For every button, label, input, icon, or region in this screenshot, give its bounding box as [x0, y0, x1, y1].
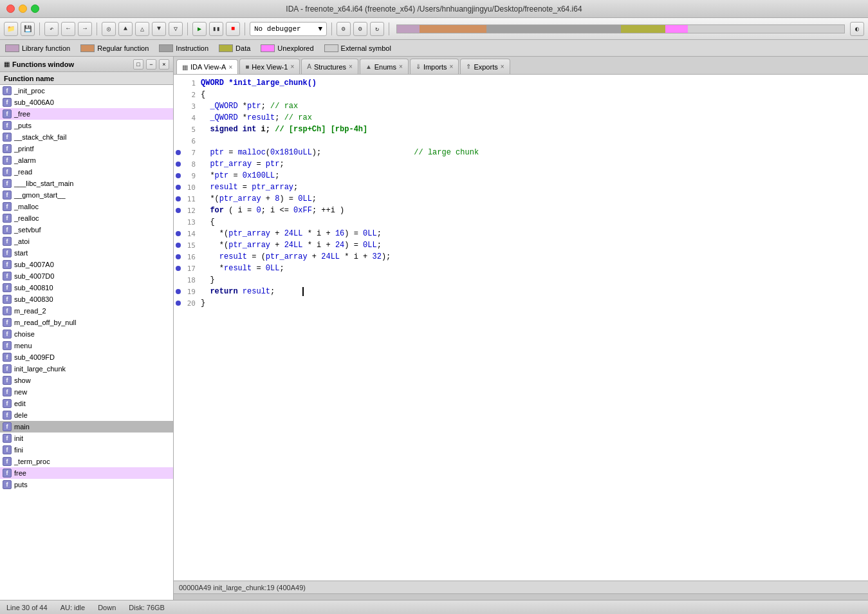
fn-item-m_read_off_by_null[interactable]: fm_read_off_by_null [0, 317, 173, 328]
stop-button[interactable]: ■ [226, 22, 240, 36]
fn-label: fini [14, 446, 23, 454]
fn-icon: f [3, 376, 12, 385]
fn-item-edit[interactable]: fedit [0, 398, 173, 409]
line-content-1: QWORD *init_large_chunk() [201, 79, 317, 88]
fn-item-fini[interactable]: ffini [0, 444, 173, 456]
fn-item-_read[interactable]: f_read [0, 166, 173, 178]
tab-imports[interactable]: ⇓Imports× [410, 59, 459, 74]
navigation-band[interactable] [396, 24, 845, 33]
fn-item-_term_proc[interactable]: f_term_proc [0, 456, 173, 467]
fn-item-main[interactable]: fmain [0, 421, 173, 433]
editor-scroll-bar[interactable] [174, 593, 868, 600]
fn-item-init[interactable]: finit [0, 433, 173, 444]
nav-back-button[interactable]: ← [61, 22, 75, 36]
panel-min-button[interactable]: − [146, 59, 156, 70]
func-button[interactable]: ◎ [102, 22, 116, 36]
open-button[interactable]: 📁 [4, 22, 18, 36]
tab-enums[interactable]: ▲Enums× [360, 59, 409, 74]
code-line-4: 4 _QWORD *result; // rax [174, 112, 868, 124]
imports-button[interactable]: ▼ [152, 22, 166, 36]
strings-button[interactable]: △ [135, 22, 149, 36]
fn-label: _setvbuf [14, 226, 41, 234]
tab-close-icon[interactable]: × [501, 63, 504, 70]
fn-item-_atoi[interactable]: f_atoi [0, 236, 173, 247]
panel-close-button[interactable]: × [159, 59, 169, 70]
fn-item-__gmon_start__[interactable]: f__gmon_start__ [0, 189, 173, 201]
fn-item-_alarm[interactable]: f_alarm [0, 154, 173, 166]
fn-label: edit [14, 400, 26, 407]
fn-item-sub_4006A0[interactable]: fsub_4006A0 [0, 97, 173, 108]
tab-close-icon[interactable]: × [228, 64, 232, 71]
line-number-5: 5 [181, 126, 201, 134]
line-content-14: *(ptr_array + 24LL * i + 16) = 0LL; [201, 229, 382, 238]
fn-item-_init_proc[interactable]: f_init_proc [0, 85, 173, 97]
functions-panel-title: Functions window [12, 60, 131, 68]
fn-item-sub_4009FD[interactable]: fsub_4009FD [0, 351, 173, 363]
pause-button[interactable]: ▮▮ [209, 22, 223, 36]
fn-item-___libc_start_main[interactable]: f___libc_start_main [0, 178, 173, 189]
code-line-5: 5 signed int i; // [rsp+Ch] [rbp-4h] [174, 124, 868, 135]
minimize-button[interactable] [19, 5, 27, 13]
panel-float-button[interactable]: □ [133, 59, 143, 70]
close-button[interactable] [6, 5, 15, 13]
code-area[interactable]: 1QWORD *init_large_chunk()2{3 _QWORD *pt… [174, 75, 868, 581]
settings-button-1[interactable]: ⚙ [337, 22, 351, 36]
legend-regular-function: Regular function [80, 44, 149, 52]
fn-item-_free[interactable]: f_free [0, 108, 173, 120]
fn-item-sub_400830[interactable]: fsub_400830 [0, 293, 173, 305]
fn-icon: f [3, 202, 12, 211]
fn-icon: f [3, 295, 12, 304]
fn-item-start[interactable]: fstart [0, 247, 173, 259]
fn-item-sub_400810[interactable]: fsub_400810 [0, 282, 173, 293]
tab-structures[interactable]: AStructures× [301, 59, 358, 74]
fn-item-m_read_2[interactable]: fm_read_2 [0, 305, 173, 317]
tab-close-icon[interactable]: × [290, 63, 294, 70]
fn-icon: f [3, 364, 12, 373]
refresh-button[interactable]: ↻ [370, 22, 384, 36]
names-button[interactable]: ▲ [118, 22, 133, 36]
fn-item-show[interactable]: fshow [0, 375, 173, 386]
legend-label-unexplored: Unexplored [277, 44, 313, 52]
tab-icon: ⇓ [416, 63, 421, 70]
fn-item-_printf[interactable]: f_printf [0, 143, 173, 154]
fn-item-new[interactable]: fnew [0, 386, 173, 398]
fn-icon: f [3, 445, 12, 454]
separator-4 [245, 23, 245, 35]
fn-item-free[interactable]: ffree [0, 467, 173, 479]
settings-button-2[interactable]: ⚙ [353, 22, 367, 36]
tab-hex-view-1[interactable]: ■Hex View-1× [239, 59, 300, 74]
functions-list[interactable]: f_init_procfsub_4006A0f_freef_putsf__sta… [0, 85, 173, 600]
line-content-20: } [201, 299, 205, 308]
tab-ida-view-a[interactable]: ▦IDA View-A× [176, 59, 238, 75]
line-number-1: 1 [181, 79, 201, 88]
zoom-button[interactable]: ◐ [850, 22, 864, 36]
fn-icon: f [3, 480, 12, 489]
fn-item-sub_4007D0[interactable]: fsub_4007D0 [0, 270, 173, 282]
fn-item-init_large_chunk[interactable]: finit_large_chunk [0, 363, 173, 375]
fn-item-_malloc[interactable]: f_malloc [0, 201, 173, 212]
run-button[interactable]: ▶ [192, 22, 207, 36]
tab-close-icon[interactable]: × [450, 63, 454, 70]
fn-item-menu[interactable]: fmenu [0, 340, 173, 351]
maximize-button[interactable] [31, 5, 39, 13]
fn-item-_realloc[interactable]: f_realloc [0, 212, 173, 224]
tab-close-icon[interactable]: × [399, 63, 403, 70]
fn-item-dele[interactable]: fdele [0, 409, 173, 421]
nav-fwd-button[interactable]: → [78, 22, 92, 36]
line-content-4: _QWORD *result; // rax [201, 113, 312, 122]
save-button[interactable]: 💾 [21, 22, 35, 36]
tab-exports[interactable]: ⇑Exports× [460, 59, 510, 74]
fn-item-choise[interactable]: fchoise [0, 328, 173, 340]
fn-icon: f [3, 469, 12, 478]
line-content-17: *result = 0LL; [201, 264, 284, 273]
fn-item-_setvbuf[interactable]: f_setvbuf [0, 224, 173, 236]
fn-icon: f [3, 457, 12, 466]
fn-item-sub_4007A0[interactable]: fsub_4007A0 [0, 259, 173, 270]
fn-item-__stack_chk_fail[interactable]: f__stack_chk_fail [0, 131, 173, 143]
fn-item-_puts[interactable]: f_puts [0, 120, 173, 131]
fn-item-puts[interactable]: fputs [0, 479, 173, 490]
debugger-combo[interactable]: No debugger ▼ [250, 22, 327, 36]
undo-button[interactable]: ↶ [44, 22, 59, 36]
tab-close-icon[interactable]: × [349, 63, 353, 70]
exports-button[interactable]: ▽ [169, 22, 183, 36]
